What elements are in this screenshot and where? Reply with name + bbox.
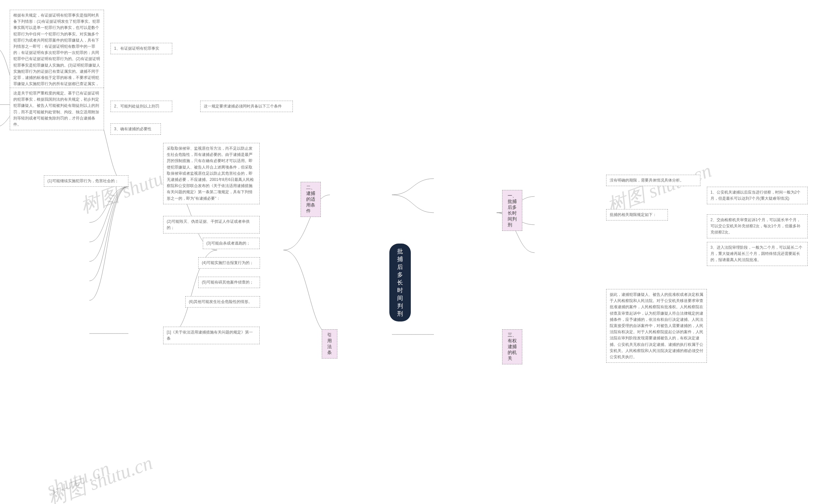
leaf-three-conditions: 这一规定要求逮捕必须同时具备以下三个条件 [200,101,293,112]
root-node: 批捕后多长时间判刑 [389,244,411,321]
leaf-term-rules: 批捕的相关期限规定如下： [606,209,668,221]
leaf-necessity-1: (1)可能继续实施犯罪行为，危害社会的； [44,175,128,187]
leaf-reference: [1]《关于依法适用逮捕措施有关问题的规定》第一条 [163,327,260,344]
leaf-rule-2: 2、交由检察机关审查起诉1个月，可以延长半个月，可以交公安机关补充侦察2次，每次… [707,214,808,239]
leaf-necessity-5: (5)可能有碍其他案件侦查的； [198,277,260,288]
branch-section-3: 三、有权逮捕的机关 [502,329,522,364]
leaf-rule-1: 1、公安机关逮捕以后应当进行侦察，时间一般为2个月，但是最长可以达到7个月(重大… [707,187,808,204]
leaf-rule-3: 3、进入法院审理阶段，一般为二个月，可以延长二个月，重大疑难再延长三个月，因特殊… [707,242,808,266]
watermark: shutu.cn [44,457,113,501]
leaf-no-fixed-term: 没有明确的期限，需要具体情况具体分析。 [606,175,700,186]
leaf-necessity-intro: 采取取保候审、监视居住等方法，尚不足以防止发生社会危险性，而有逮捕必要的。由于逮… [163,143,260,204]
leaf-necessity-4: (4)可能实施打击报复行为的； [198,257,260,269]
branch-section-2: 二、逮捕的适用条件 [301,182,321,217]
watermark: 树图 shutu.cn [44,450,156,504]
leaf-necessity-6: (6)其他可能发生社会危险性的情形。 [185,296,260,308]
leaf-cond-1-detail: 根据有关规定，有证据证明有犯罪事实是指同时具备下列情形：(1)有证据证明发生了犯… [10,10,104,96]
leaf-cond-2-detail: 这是关于犯罪严重程度的规定。基于已有证据证明的犯罪事实，根据我国刑法的有关规定，… [10,88,104,130]
leaf-necessity-2: (2)可能毁灭、伪造证据、干扰证人作证或者串供的； [163,216,260,233]
leaf-authority-detail: 据此，逮捕犯罪嫌疑人、被告人的批准权或者决定权属于人民检察院和人民法院。对于公安… [606,289,707,363]
leaf-cond-3: 3、确有逮捕的必要性 [110,123,161,135]
leaf-cond-2: 2、可能判处徒刑以上刑罚 [110,101,172,112]
branch-section-1: 一、批捕后多长时间判刑 [502,190,522,231]
branch-section-4: 引用法条 [322,329,337,359]
leaf-necessity-3: (3)可能自杀或者逃跑的； [203,238,260,249]
leaf-cond-1: 1、有证据证明有犯罪事实 [110,43,172,54]
